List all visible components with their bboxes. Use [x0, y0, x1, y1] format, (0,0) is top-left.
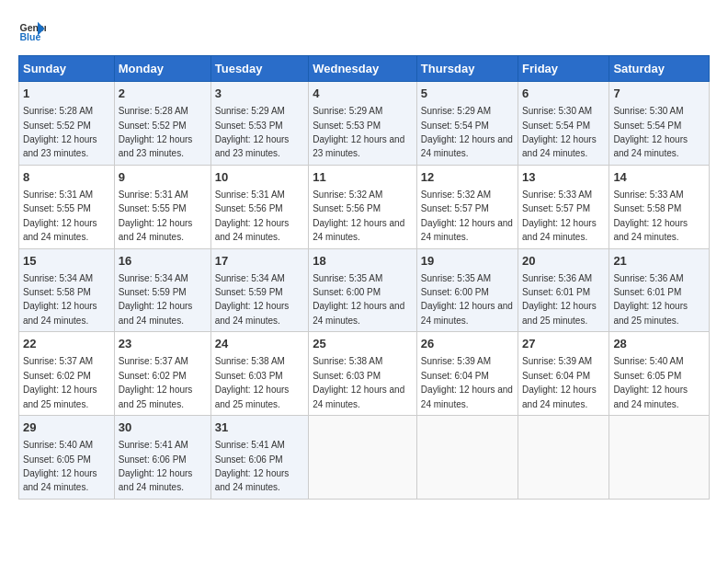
sunrise-text: Sunrise: 5:41 AM [119, 440, 188, 450]
sunset-text: Sunset: 6:05 PM [23, 454, 91, 465]
sunset-text: Sunset: 5:56 PM [215, 203, 283, 213]
sunset-text: Sunset: 6:01 PM [613, 287, 681, 297]
day-number: 6 [522, 86, 605, 102]
daylight-text: Daylight: 12 hours and 24 minutes. [119, 301, 193, 325]
daylight-text: Daylight: 12 hours and 23 minutes. [215, 134, 290, 158]
calendar-cell: 15Sunrise: 5:34 AMSunset: 5:58 PMDayligh… [19, 248, 115, 332]
sunset-text: Sunset: 5:52 PM [23, 121, 91, 131]
calendar-cell: 8Sunrise: 5:31 AMSunset: 5:55 PMDaylight… [19, 165, 115, 248]
daylight-text: Daylight: 12 hours and 24 minutes. [215, 468, 290, 492]
day-number: 10 [215, 169, 304, 186]
daylight-text: Daylight: 12 hours and 25 minutes. [613, 301, 688, 325]
daylight-text: Daylight: 12 hours and 23 minutes. [23, 134, 97, 158]
weekday-header-tuesday: Tuesday [210, 56, 308, 82]
calendar-cell [609, 416, 710, 500]
daylight-text: Daylight: 12 hours and 24 minutes. [421, 134, 513, 158]
calendar-cell [518, 416, 609, 500]
sunrise-text: Sunrise: 5:33 AM [522, 190, 592, 200]
day-number: 17 [215, 253, 304, 270]
sunrise-text: Sunrise: 5:38 AM [215, 356, 285, 366]
sunset-text: Sunset: 5:57 PM [522, 203, 590, 213]
sunrise-text: Sunrise: 5:28 AM [23, 106, 93, 116]
calendar-cell: 14Sunrise: 5:33 AMSunset: 5:58 PMDayligh… [609, 165, 710, 248]
calendar-week-row: 1Sunrise: 5:28 AMSunset: 5:52 PMDaylight… [19, 82, 710, 166]
sunrise-text: Sunrise: 5:40 AM [613, 356, 683, 366]
sunrise-text: Sunrise: 5:31 AM [119, 190, 188, 200]
calendar-cell: 28Sunrise: 5:40 AMSunset: 6:05 PMDayligh… [609, 332, 710, 416]
daylight-text: Daylight: 12 hours and 24 minutes. [522, 385, 597, 408]
calendar-cell: 29Sunrise: 5:40 AMSunset: 6:05 PMDayligh… [19, 416, 115, 500]
daylight-text: Daylight: 12 hours and 24 minutes. [23, 218, 97, 242]
sunrise-text: Sunrise: 5:32 AM [421, 190, 491, 200]
day-number: 31 [215, 419, 304, 436]
day-number: 2 [119, 86, 207, 102]
calendar-cell: 6Sunrise: 5:30 AMSunset: 5:54 PMDaylight… [518, 82, 609, 166]
sunrise-text: Sunrise: 5:35 AM [421, 273, 491, 283]
day-number: 3 [215, 86, 304, 102]
calendar-cell: 16Sunrise: 5:34 AMSunset: 5:59 PMDayligh… [114, 248, 210, 332]
sunrise-text: Sunrise: 5:35 AM [313, 273, 382, 283]
daylight-text: Daylight: 12 hours and 24 minutes. [421, 218, 513, 242]
sunset-text: Sunset: 6:06 PM [119, 454, 187, 465]
day-number: 9 [119, 169, 207, 186]
sunset-text: Sunset: 5:52 PM [119, 121, 187, 131]
sunset-text: Sunset: 6:05 PM [613, 371, 681, 381]
daylight-text: Daylight: 12 hours and 24 minutes. [522, 134, 597, 158]
sunset-text: Sunset: 6:04 PM [522, 371, 590, 381]
sunset-text: Sunset: 5:54 PM [613, 121, 681, 131]
logo-icon: General Blue [18, 18, 46, 46]
sunrise-text: Sunrise: 5:30 AM [522, 106, 592, 116]
calendar-cell: 9Sunrise: 5:31 AMSunset: 5:55 PMDaylight… [114, 165, 210, 248]
calendar-week-row: 15Sunrise: 5:34 AMSunset: 5:58 PMDayligh… [19, 248, 710, 332]
sunset-text: Sunset: 5:58 PM [613, 203, 681, 213]
calendar-cell: 17Sunrise: 5:34 AMSunset: 5:59 PMDayligh… [210, 248, 308, 332]
calendar-cell: 30Sunrise: 5:41 AMSunset: 6:06 PMDayligh… [114, 416, 210, 500]
calendar-body: 1Sunrise: 5:28 AMSunset: 5:52 PMDaylight… [19, 82, 710, 500]
weekday-header-saturday: Saturday [609, 56, 710, 82]
sunset-text: Sunset: 5:54 PM [522, 121, 590, 131]
day-number: 26 [421, 336, 514, 352]
sunrise-text: Sunrise: 5:39 AM [522, 356, 592, 366]
daylight-text: Daylight: 12 hours and 25 minutes. [23, 385, 97, 408]
sunrise-text: Sunrise: 5:36 AM [522, 273, 592, 283]
calendar-cell: 18Sunrise: 5:35 AMSunset: 6:00 PMDayligh… [309, 248, 417, 332]
sunrise-text: Sunrise: 5:41 AM [215, 440, 285, 450]
daylight-text: Daylight: 12 hours and 24 minutes. [23, 301, 97, 325]
sunset-text: Sunset: 5:53 PM [215, 121, 283, 131]
sunset-text: Sunset: 5:54 PM [421, 121, 489, 131]
daylight-text: Daylight: 12 hours and 24 minutes. [313, 218, 404, 242]
day-number: 29 [23, 419, 110, 436]
calendar-cell: 23Sunrise: 5:37 AMSunset: 6:02 PMDayligh… [114, 332, 210, 416]
day-number: 22 [23, 336, 110, 352]
day-number: 27 [522, 336, 605, 352]
weekday-header-monday: Monday [114, 56, 210, 82]
day-number: 1 [23, 86, 110, 102]
sunrise-text: Sunrise: 5:34 AM [215, 273, 285, 283]
sunrise-text: Sunrise: 5:31 AM [215, 190, 285, 200]
daylight-text: Daylight: 12 hours and 24 minutes. [313, 301, 404, 325]
sunrise-text: Sunrise: 5:29 AM [313, 106, 382, 116]
daylight-text: Daylight: 12 hours and 24 minutes. [215, 218, 290, 242]
sunrise-text: Sunrise: 5:34 AM [119, 273, 188, 283]
sunset-text: Sunset: 5:55 PM [23, 203, 91, 213]
sunset-text: Sunset: 6:01 PM [522, 287, 590, 297]
day-number: 21 [613, 253, 705, 270]
day-number: 28 [613, 336, 705, 352]
sunset-text: Sunset: 5:53 PM [313, 121, 381, 131]
day-number: 7 [613, 86, 705, 102]
weekday-header-sunday: Sunday [19, 56, 115, 82]
sunrise-text: Sunrise: 5:32 AM [313, 190, 382, 200]
sunset-text: Sunset: 6:00 PM [421, 287, 489, 297]
sunrise-text: Sunrise: 5:37 AM [23, 356, 93, 366]
calendar-cell: 10Sunrise: 5:31 AMSunset: 5:56 PMDayligh… [210, 165, 308, 248]
sunrise-text: Sunrise: 5:37 AM [119, 356, 188, 366]
daylight-text: Daylight: 12 hours and 24 minutes. [313, 385, 404, 408]
day-number: 18 [313, 253, 413, 270]
sunset-text: Sunset: 6:00 PM [313, 287, 381, 297]
sunset-text: Sunset: 5:57 PM [421, 203, 489, 213]
calendar-cell: 3Sunrise: 5:29 AMSunset: 5:53 PMDaylight… [210, 82, 308, 166]
sunrise-text: Sunrise: 5:36 AM [613, 273, 683, 283]
calendar-cell: 11Sunrise: 5:32 AMSunset: 5:56 PMDayligh… [309, 165, 417, 248]
weekday-header-wednesday: Wednesday [309, 56, 417, 82]
daylight-text: Daylight: 12 hours and 24 minutes. [215, 301, 290, 325]
